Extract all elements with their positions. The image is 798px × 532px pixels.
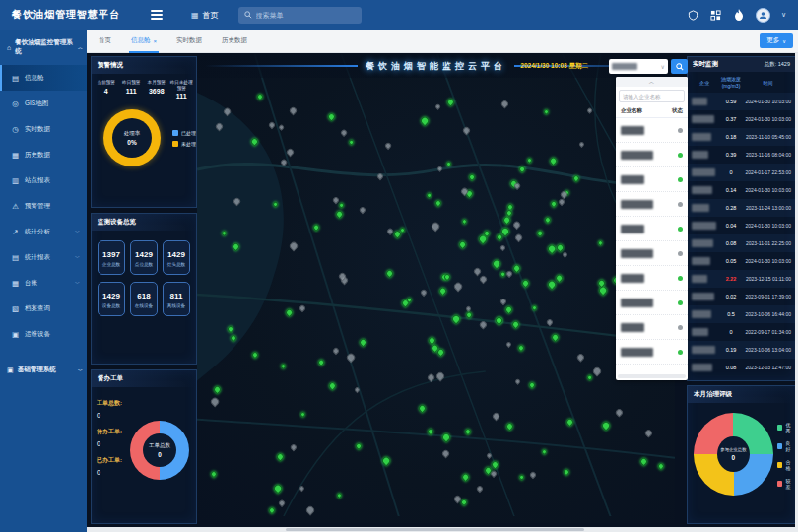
sidebar-item-历史数据[interactable]: ▦历史数据 [0, 142, 87, 167]
map-pin-online[interactable] [550, 200, 558, 208]
map-pin-online[interactable] [312, 224, 320, 232]
map-pin-online[interactable] [427, 428, 435, 436]
map-pin-offline[interactable] [461, 125, 471, 135]
map-pin-online[interactable] [549, 156, 558, 165]
dropdown-scrollbar[interactable] [618, 374, 686, 378]
map-pin-offline[interactable] [592, 366, 603, 376]
map-pin-offline[interactable] [514, 378, 521, 385]
map-pin-online[interactable] [418, 404, 428, 414]
tab-首页[interactable]: 首页 [99, 30, 111, 53]
sidebar-item-站点报表[interactable]: ▥站点报表 [0, 167, 87, 193]
sidebar-group-monitoring[interactable]: ⌂ 餐饮油烟监控管理系统 ︿ [0, 30, 87, 65]
menu-search-input[interactable] [256, 12, 356, 19]
fullscreen-icon[interactable] [710, 9, 722, 21]
map-pin-offline[interactable] [434, 371, 445, 382]
map-pin-offline[interactable] [332, 347, 341, 356]
device-stat-灶头总数[interactable]: 1429灶头总数 [163, 240, 190, 275]
map-pin-online[interactable] [230, 333, 238, 342]
map-pin-offline[interactable] [345, 352, 356, 363]
realtime-row[interactable]: 0.52023-10-06 16:44:00 [688, 305, 795, 323]
map-pin-offline[interactable] [305, 504, 316, 515]
more-button[interactable]: 更多 ∨ [760, 33, 793, 48]
device-stat-点位总数[interactable]: 1429点位总数 [130, 240, 158, 275]
map-pin-offline[interactable] [529, 471, 538, 480]
company-list-item[interactable] [616, 143, 688, 167]
map-pin-online[interactable] [520, 279, 530, 289]
realtime-row[interactable]: 0.042024-01-30 10:03:00 [688, 217, 795, 234]
realtime-row[interactable]: 02024-01-17 22:53:00 [688, 164, 795, 181]
sidebar-item-预警管理[interactable]: ⚠预警管理 [0, 193, 87, 219]
sidebar-item-运维设备[interactable]: ▣运维设备 [0, 321, 87, 347]
map-pin-offline[interactable] [561, 251, 567, 258]
map-pin-online[interactable] [226, 325, 234, 334]
map-pin-online[interactable] [434, 199, 443, 208]
map-pin-online[interactable] [221, 230, 228, 236]
realtime-row[interactable]: 0.082023-12-03 12:47:00 [688, 359, 795, 376]
map-pin-offline[interactable] [472, 266, 482, 276]
map-pin-online[interactable] [597, 239, 605, 247]
map-pin-online[interactable] [317, 359, 325, 366]
company-list-item[interactable] [616, 217, 688, 241]
map-pin-offline[interactable] [268, 120, 276, 128]
tab-实时数据[interactable]: 实时数据 [176, 30, 202, 53]
sidebar-item-统计分析[interactable]: ↗统计分析﹀ [0, 219, 87, 244]
company-list-item[interactable] [616, 118, 688, 143]
company-list-item[interactable] [616, 241, 688, 266]
map-pin-offline[interactable] [427, 373, 435, 382]
map-pin-offline[interactable] [505, 269, 513, 277]
map-pin-online[interactable] [600, 420, 611, 431]
map-pin-offline[interactable] [290, 443, 299, 452]
map-pin-online[interactable] [213, 384, 223, 394]
map-pin-offline[interactable] [486, 452, 493, 459]
map-pin-online[interactable] [250, 351, 259, 360]
map-pin-offline[interactable] [558, 198, 565, 206]
realtime-row[interactable]: 0.282023-11-24 13:00:00 [688, 199, 795, 217]
realtime-row[interactable]: 0.372024-01-30 10:03:00 [688, 110, 795, 128]
map-pin-online[interactable] [555, 274, 564, 283]
user-menu-chevron-down-icon[interactable]: ∨ [781, 11, 786, 19]
map-pin-online[interactable] [461, 472, 470, 481]
map-pin-online[interactable] [275, 451, 286, 462]
map-pin-online[interactable] [355, 442, 363, 450]
map-pin-offline[interactable] [289, 241, 299, 252]
flame-icon[interactable] [733, 9, 745, 21]
map-pin-offline[interactable] [277, 499, 285, 507]
map-pin-online[interactable] [326, 111, 336, 121]
message-icon[interactable] [688, 9, 699, 21]
map-pin-online[interactable] [419, 116, 430, 127]
map-pin-offline[interactable] [280, 158, 288, 166]
map-pin-online[interactable] [384, 269, 394, 279]
realtime-row[interactable]: 0.082023-11-01 22:25:00 [688, 234, 795, 252]
realtime-row[interactable]: 02022-09-17 01:34:00 [688, 323, 795, 341]
company-list-item[interactable] [616, 192, 688, 217]
map-pin-online[interactable] [491, 460, 500, 470]
topbar-home-nav[interactable]: ▦ 首页 [185, 7, 225, 24]
map-pin-offline[interactable] [434, 103, 441, 110]
device-stat-企业总数[interactable]: 1397企业总数 [98, 240, 125, 275]
map-pin-online[interactable] [446, 97, 457, 107]
map-pin-offline[interactable] [210, 397, 221, 408]
sidebar-group-base[interactable]: ▣ 基础管理系统 ﹀ [0, 357, 87, 383]
map-pin-online[interactable] [358, 337, 367, 347]
map-pin-online[interactable] [299, 411, 306, 418]
device-stat-在线设备[interactable]: 618在线设备 [130, 282, 158, 316]
map-pin-offline[interactable] [436, 166, 443, 172]
map-pin-online[interactable] [285, 308, 294, 317]
sidebar-item-台账[interactable]: ▦台账﹀ [0, 270, 87, 296]
map-pin-online[interactable] [541, 448, 548, 455]
realtime-row[interactable]: 0.182023-11-10 05:45:00 [688, 128, 795, 146]
map-pin-online[interactable] [437, 287, 446, 296]
company-list-item[interactable] [616, 340, 688, 365]
map-pin-online[interactable] [511, 263, 520, 272]
map-pin-online[interactable] [563, 468, 571, 477]
map[interactable]: 餐饮油烟智能监控云平台 2024/1/30 10:03 星期二 [197, 54, 675, 523]
map-pin-online[interactable] [551, 333, 561, 343]
realtime-row[interactable]: 0.392023-11-16 08:04:00 [688, 146, 795, 164]
map-pin-online[interactable] [349, 139, 356, 146]
map-pin-online[interactable] [499, 271, 505, 277]
map-pin-online[interactable] [406, 297, 413, 303]
close-icon[interactable]: × [154, 38, 158, 44]
map-pin-offline[interactable] [514, 233, 523, 242]
realtime-row[interactable]: 0.592024-01-30 10:03:00 [688, 93, 795, 110]
map-pin-offline[interactable] [476, 485, 485, 494]
